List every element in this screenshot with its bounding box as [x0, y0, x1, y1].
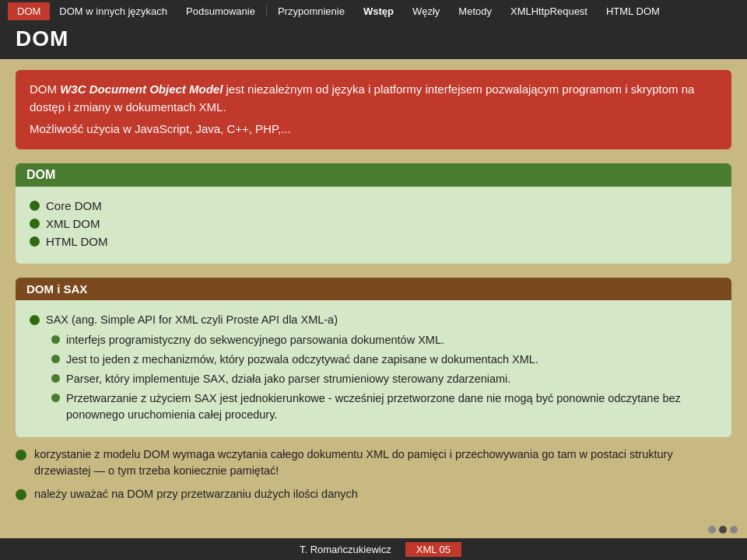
slide-number: XML 05	[405, 542, 461, 557]
sax-sub-item-2: Parser, który implementuje SAX, działa j…	[51, 371, 717, 387]
nav-dot-2	[719, 526, 727, 534]
sax-main-label: SAX (ang. Simple API for XML czyli Prost…	[46, 312, 338, 328]
bullet-icon-sax-main	[30, 315, 40, 325]
nav-separator-1	[266, 5, 267, 17]
nav-dots	[708, 526, 738, 534]
bottom-center: T. Romańczukiewicz XML 05	[0, 542, 747, 557]
sax-sub-label-0: interfejs programistyczny do sekwencyjne…	[66, 332, 444, 348]
nav-item-methods[interactable]: Metody	[449, 2, 501, 20]
dom-section-body: Core DOM XML DOM HTML DOM	[16, 187, 731, 264]
bullet-icon-html	[30, 236, 40, 247]
sax-body: SAX (ang. Simple API for XML czyli Prost…	[16, 300, 731, 437]
nav-item-intro[interactable]: Wstęp	[354, 2, 403, 20]
sax-sub-item-3: Przetwarzanie z użyciem SAX jest jednoki…	[51, 390, 717, 423]
nav-item-dom[interactable]: DOM	[8, 2, 50, 20]
sax-sub-item-0: interfejs programistyczny do sekwencyjne…	[51, 332, 717, 348]
page-title: DOM	[0, 22, 747, 59]
intro-italic: W3C Document Object Model	[60, 82, 223, 96]
intro-box: DOM W3C Document Object Model jest nieza…	[16, 70, 731, 149]
dom-list-item-xml: XML DOM	[30, 217, 717, 230]
bullet-icon-xml	[30, 219, 40, 229]
sax-main-bullet: SAX (ang. Simple API for XML czyli Prost…	[30, 312, 717, 328]
sax-header: DOM i SAX	[16, 278, 731, 300]
dom-item-core-label: Core DOM	[46, 199, 102, 212]
dom-section-header: DOM	[16, 163, 731, 187]
bottom-bar: T. Romańczukiewicz XML 05	[0, 538, 747, 560]
bullet-icon-sax-sub0	[51, 335, 60, 344]
bullet-icon-sax-sub1	[51, 355, 60, 363]
dom-list-item-core: Core DOM	[30, 199, 717, 212]
bullet-icon-sax-sub2	[51, 374, 60, 383]
bullet-icon-bottom1	[16, 489, 26, 500]
dom-item-html-label: HTML DOM	[46, 235, 107, 248]
nav-item-summary[interactable]: Podsumowanie	[177, 2, 265, 20]
dom-section-box: DOM Core DOM XML DOM HTML DOM	[16, 163, 731, 264]
bottom-bullet-1: należy uważać na DOM przy przetwarzaniu …	[16, 486, 731, 503]
sax-section: DOM i SAX SAX (ang. Simple API for XML c…	[16, 278, 731, 437]
bottom-bullet-0: korzystanie z modelu DOM wymaga wczytani…	[16, 446, 731, 481]
intro-text1: DOM	[30, 82, 60, 96]
nav-dot-3	[730, 526, 738, 534]
main-content: DOM W3C Document Object Model jest nieza…	[0, 59, 747, 520]
dom-list-item-html: HTML DOM	[30, 235, 717, 248]
nav-item-htmldom[interactable]: HTML DOM	[597, 2, 669, 20]
sax-sub-label-2: Parser, który implementuje SAX, działa j…	[66, 371, 510, 387]
bullet-icon-sax-sub3	[51, 394, 60, 402]
sax-sub-item-1: Jest to jeden z mechanizmów, który pozwa…	[51, 352, 717, 368]
sax-sub-label-3: Przetwarzanie z użyciem SAX jest jednoki…	[66, 390, 717, 423]
bottom-bullet-label-0: korzystanie z modelu DOM wymaga wczytani…	[34, 446, 731, 481]
nav-dot-1	[708, 526, 716, 534]
top-navigation: DOM DOM w innych językach Podsumowanie P…	[0, 0, 747, 22]
author-name: T. Romańczukiewicz	[286, 544, 405, 555]
bottom-bullet-label-1: należy uważać na DOM przy przetwarzaniu …	[34, 486, 358, 503]
intro-line2: Możliwość użycia w JavaScript, Java, C++…	[30, 121, 717, 138]
bullet-icon-bottom0	[16, 450, 26, 460]
sax-sub-label-1: Jest to jeden z mechanizmów, który pozwa…	[66, 352, 538, 368]
intro-line1: DOM W3C Document Object Model jest nieza…	[30, 81, 717, 116]
bullet-icon-core	[30, 201, 40, 211]
nav-item-nodes[interactable]: Węzły	[403, 2, 449, 20]
dom-item-xml-label: XML DOM	[46, 217, 100, 230]
nav-item-dom-other[interactable]: DOM w innych językach	[50, 2, 177, 20]
nav-item-reminder[interactable]: Przypomnienie	[268, 2, 354, 20]
nav-item-xmlhttprequest[interactable]: XMLHttpRequest	[501, 2, 597, 20]
